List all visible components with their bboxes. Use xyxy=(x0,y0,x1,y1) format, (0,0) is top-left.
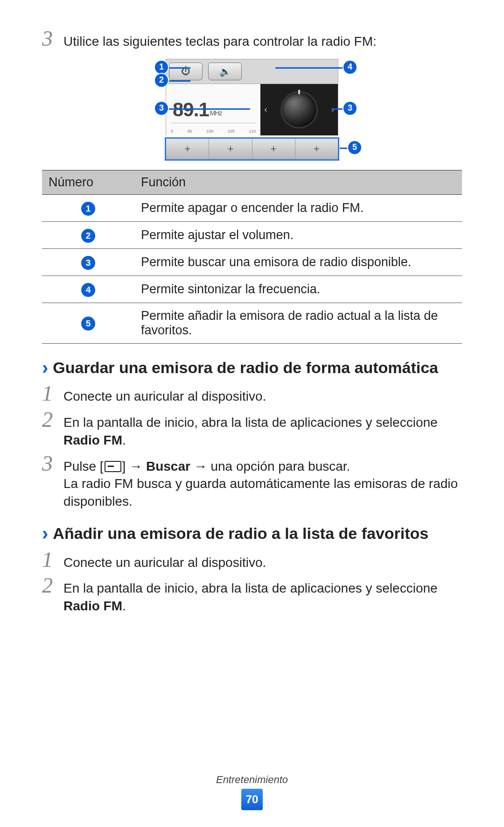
row-function: Permite sintonizar la frecuencia. xyxy=(134,276,462,303)
favorite-slot: + xyxy=(209,139,252,159)
step-number: 2 xyxy=(42,575,63,596)
tuning-dial xyxy=(282,92,316,127)
favorites-bar: + + + + xyxy=(166,138,338,160)
ruler-tick: 95 xyxy=(188,129,192,134)
favorite-slot: + xyxy=(295,139,338,159)
section-heading-guardar: › Guardar una emisora de radio de forma … xyxy=(42,358,462,378)
dial-pane: ‹ › xyxy=(260,84,338,135)
page-footer: Entretenimiento 70 xyxy=(0,774,504,810)
step-number: 1 xyxy=(42,383,63,404)
row-badge: 1 xyxy=(81,202,95,216)
sectionA-step1: 1 Conecte un auricular al dispositivo. xyxy=(42,383,462,405)
sectionB-step1: 1 Conecte un auricular al dispositivo. xyxy=(42,549,462,572)
sectionA-step2: 2 En la pantalla de inicio, abra la list… xyxy=(42,409,462,449)
step-text: En la pantalla de inicio, abra la lista … xyxy=(63,575,462,615)
text-mid2: → una opción para buscar. xyxy=(190,459,350,474)
row-badge: 4 xyxy=(81,283,95,297)
ruler-tick: 110 xyxy=(249,129,256,134)
section-heading-anadir: › Añadir una emisora de radio a la lista… xyxy=(42,523,462,544)
row-badge: 3 xyxy=(81,256,95,270)
ruler-tick: 105 xyxy=(228,129,235,134)
menu-key-icon xyxy=(105,461,121,472)
step-number: 3 xyxy=(42,28,63,49)
row-function: Permite añadir la emisora de radio actua… xyxy=(134,303,462,343)
frequency-pane: 89.1MHz 0 95 100 105 110 xyxy=(166,84,260,135)
table-row: 3 Permite buscar una emisora de radio di… xyxy=(42,248,462,276)
radio-main: 89.1MHz 0 95 100 105 110 ‹ › xyxy=(166,84,338,135)
callout-line xyxy=(166,67,190,69)
chevron-right-icon: › xyxy=(42,358,48,377)
row-badge: 2 xyxy=(81,229,95,243)
function-table: Número Función 1 Permite apagar o encend… xyxy=(42,170,462,344)
frequency-ruler: 0 95 100 105 110 xyxy=(171,123,256,134)
ruler-tick: 100 xyxy=(206,129,213,134)
table-row: 5 Permite añadir la emisora de radio act… xyxy=(42,303,462,343)
section-title: Añadir una emisora de radio a la lista d… xyxy=(53,523,428,544)
text-line2: La radio FM busca y guarda automáticamen… xyxy=(63,476,458,509)
table-header-function: Función xyxy=(134,170,462,194)
table-row: 1 Permite apagar o encender la radio FM. xyxy=(42,194,462,221)
text-bold: Radio FM xyxy=(63,599,122,613)
table-row: 4 Permite sintonizar la frecuencia. xyxy=(42,276,462,303)
text-bold: Radio FM xyxy=(63,433,122,447)
step-text: Conecte un auricular al dispositivo. xyxy=(63,549,462,572)
radio-illustration: ⏻ 🔈 89.1MHz 0 95 100 105 110 xyxy=(145,59,359,160)
text-pre: Pulse [ xyxy=(63,459,104,474)
step-number: 3 xyxy=(42,453,63,474)
callout-line xyxy=(275,67,345,69)
table-row: 2 Permite ajustar el volumen. xyxy=(42,221,462,248)
row-badge: 5 xyxy=(81,317,95,331)
frequency-value: 89.1MHz xyxy=(173,99,260,121)
row-function: Permite buscar una emisora de radio disp… xyxy=(134,248,462,276)
chevron-right-icon: › xyxy=(42,523,48,543)
seek-left-icon: ‹ xyxy=(264,105,267,114)
step-text: Pulse [] → Buscar → una opción para busc… xyxy=(63,453,462,510)
table-header-number: Número xyxy=(42,170,134,194)
step-number: 2 xyxy=(42,409,63,431)
text-mid1: ] → xyxy=(122,459,146,474)
footer-category: Entretenimiento xyxy=(0,774,504,786)
row-function: Permite ajustar el volumen. xyxy=(134,221,462,248)
power-button: ⏻ xyxy=(169,63,203,80)
speaker-button: 🔈 xyxy=(208,63,242,80)
page-number-badge: 70 xyxy=(241,789,263,810)
step-text: Conecte un auricular al dispositivo. xyxy=(63,383,462,405)
text-post: . xyxy=(122,599,126,613)
manual-page: 3 Utilice las siguientes teclas para con… xyxy=(0,0,504,827)
callout-line xyxy=(166,80,190,82)
text-post: . xyxy=(122,433,126,447)
text-bold: Buscar xyxy=(146,459,190,474)
callout-badge-2: 2 xyxy=(155,74,168,87)
section-title: Guardar una emisora de radio de forma au… xyxy=(53,358,438,378)
sectionA-step3: 3 Pulse [] → Buscar → una opción para bu… xyxy=(42,453,462,510)
radio-top-bar: ⏻ 🔈 xyxy=(166,59,338,84)
frequency-unit: MHz xyxy=(210,109,222,117)
callout-badge-1: 1 xyxy=(155,61,168,74)
row-function: Permite apagar o encender la radio FM. xyxy=(134,194,462,221)
step-text: Utilice las siguientes teclas para contr… xyxy=(63,28,462,50)
ruler-tick: 0 xyxy=(171,129,173,134)
callout-badge-3-right: 3 xyxy=(343,102,357,115)
step-text: En la pantalla de inicio, abra la lista … xyxy=(63,409,462,449)
favorite-slot: + xyxy=(252,139,295,159)
callout-badge-5: 5 xyxy=(348,141,361,154)
seek-right-icon: › xyxy=(331,105,334,114)
text-pre: En la pantalla de inicio, abra la lista … xyxy=(63,415,438,430)
callout-badge-3: 3 xyxy=(155,102,168,115)
step-number: 1 xyxy=(42,549,63,571)
step-3-row: 3 Utilice las siguientes teclas para con… xyxy=(42,28,462,50)
callout-line xyxy=(166,108,250,110)
callout-badge-4: 4 xyxy=(343,61,357,74)
text-pre: En la pantalla de inicio, abra la lista … xyxy=(63,581,438,595)
favorite-slot: + xyxy=(166,139,209,159)
sectionB-step2: 2 En la pantalla de inicio, abra la list… xyxy=(42,575,462,615)
